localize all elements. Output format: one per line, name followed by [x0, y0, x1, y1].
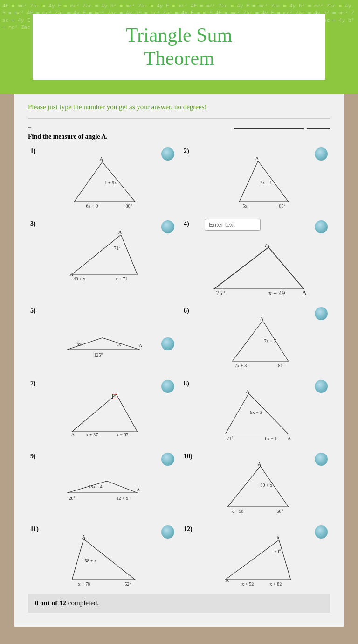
- svg-text:80 + x: 80 + x: [261, 483, 273, 488]
- svg-text:75°: 75°: [216, 290, 225, 295]
- svg-text:70°: 70°: [275, 549, 281, 554]
- bottom-background: [0, 627, 358, 644]
- header-section: Triangle SumTheorem: [0, 0, 358, 94]
- problem-12: 12) A 70° A x + 52 x + 82: [181, 523, 330, 589]
- answer-input-4[interactable]: [205, 219, 261, 231]
- svg-text:3x – 1: 3x – 1: [261, 180, 272, 185]
- svg-text:x + 37: x + 37: [86, 432, 98, 437]
- name-dash: –: [28, 123, 31, 131]
- triangle-svg-10: A 80 + x x + 50 60°: [184, 462, 328, 514]
- problem-12-number: 12): [184, 525, 328, 533]
- triangle-svg-11: A 58 + x x + 78 52°: [30, 535, 174, 587]
- triangle-svg-9: A 20° 18x – 4 12 + x: [30, 462, 174, 514]
- svg-text:12 + x: 12 + x: [117, 496, 129, 501]
- svg-text:A: A: [302, 289, 307, 295]
- svg-text:A: A: [139, 343, 143, 348]
- completion-text: completed.: [68, 599, 99, 607]
- svg-text:20°: 20°: [69, 496, 76, 501]
- svg-marker-16: [214, 247, 304, 289]
- svg-text:6x + 9: 6x + 9: [86, 203, 98, 209]
- svg-text:x + 78: x + 78: [78, 581, 90, 587]
- svg-text:52°: 52°: [125, 581, 131, 587]
- problem-1-number: 1): [30, 147, 174, 155]
- triangle-5: A 6x 5x 125°: [30, 317, 174, 368]
- triangle-svg-6: A 7x + 7 7x + 8 81°: [184, 317, 328, 368]
- problem-7-number: 7): [30, 380, 174, 387]
- triangle-9: A 20° 18x – 4 12 + x: [30, 462, 174, 514]
- name-row: –: [28, 123, 330, 131]
- svg-text:81°: 81°: [278, 363, 285, 368]
- svg-text:6x: 6x: [77, 342, 82, 347]
- svg-text:A: A: [260, 317, 264, 321]
- find-instruction: Find the measure of angle A.: [28, 133, 330, 140]
- completion-count: 0 out of 12: [35, 599, 66, 607]
- svg-text:9x + 3: 9x + 3: [250, 410, 262, 415]
- svg-text:A: A: [137, 487, 140, 492]
- title-box: Triangle SumTheorem: [33, 14, 325, 80]
- problem-9-number: 9): [30, 453, 174, 460]
- svg-text:A: A: [265, 244, 270, 248]
- svg-text:A: A: [100, 157, 103, 161]
- svg-text:71°: 71°: [227, 436, 234, 441]
- problem-3-number: 3): [30, 220, 174, 228]
- instruction-text: Please just type the number you get as y…: [28, 103, 330, 111]
- svg-text:A: A: [226, 577, 229, 583]
- answer-bubble-4[interactable]: [315, 220, 328, 233]
- main-content: Please just type the number you get as y…: [14, 94, 344, 627]
- svg-text:A: A: [118, 230, 122, 235]
- svg-text:A: A: [246, 390, 250, 394]
- problem-3: 3) A 71° 48 + x x + 71 A: [28, 218, 177, 298]
- svg-text:A: A: [288, 435, 291, 441]
- problem-10-number: 10): [184, 453, 328, 460]
- svg-text:60°: 60°: [277, 509, 283, 514]
- svg-text:A: A: [255, 157, 259, 161]
- problem-8-number: 8): [184, 380, 328, 387]
- svg-text:A: A: [258, 462, 262, 467]
- name-line: [234, 123, 330, 131]
- problem-11-number: 11): [30, 525, 174, 533]
- svg-text:48 + x: 48 + x: [74, 276, 86, 281]
- problem-6: 6) A 7x + 7 7x + 8 81°: [181, 305, 330, 371]
- triangle-2: A 3x – 1 5x 85°: [184, 157, 328, 209]
- triangle-3: A 71° 48 + x x + 71 A: [30, 230, 174, 281]
- svg-text:5x: 5x: [117, 342, 121, 347]
- triangle-1: A 1 + 9x 6x + 9 80°: [30, 157, 174, 209]
- svg-marker-31: [72, 394, 138, 432]
- svg-text:18x – 4: 18x – 4: [89, 484, 103, 489]
- completion-bar: 0 out of 12 completed.: [28, 594, 330, 613]
- svg-text:x + 67: x + 67: [117, 432, 129, 437]
- answer-bubble-5[interactable]: [161, 337, 174, 350]
- svg-text:125°: 125°: [94, 352, 103, 357]
- triangle-svg-7: A x + 37 x + 67: [30, 390, 174, 441]
- problems-grid: 1) A 1 + 9x 6x + 9 80° 2) A: [28, 145, 330, 589]
- triangle-svg-8: A 9x + 3 71° 6x + 1 A: [184, 390, 328, 441]
- triangle-6: A 7x + 7 7x + 8 81°: [184, 317, 328, 368]
- triangle-10: A 80 + x x + 50 60°: [184, 462, 328, 514]
- svg-text:7x + 7: 7x + 7: [264, 338, 276, 343]
- triangle-11: A 58 + x x + 78 52°: [30, 535, 174, 587]
- svg-text:7x + 8: 7x + 8: [235, 363, 247, 368]
- svg-text:6x + 1: 6x + 1: [265, 436, 277, 441]
- svg-marker-57: [226, 540, 291, 580]
- svg-text:x + 49: x + 49: [268, 290, 285, 295]
- triangle-svg-2: A 3x – 1 5x 85°: [184, 157, 328, 209]
- svg-text:x + 71: x + 71: [116, 276, 128, 281]
- svg-text:A: A: [276, 535, 280, 540]
- triangle-svg-5: A 6x 5x 125°: [30, 317, 174, 368]
- svg-text:A: A: [82, 535, 86, 539]
- problem-8: 8) A 9x + 3 71° 6x + 1 A: [181, 378, 330, 443]
- problem-5: 5) A 6x 5x 125°: [28, 305, 177, 371]
- divider: [28, 118, 330, 119]
- triangle-8: A 9x + 3 71° 6x + 1 A: [184, 390, 328, 441]
- problem-7: 7) A x + 37 x + 67: [28, 378, 177, 443]
- problem-10: 10) A 80 + x x + 50 60°: [181, 450, 330, 516]
- triangle-7: A x + 37 x + 67: [30, 390, 174, 441]
- triangle-svg-1: A 1 + 9x 6x + 9 80°: [30, 157, 174, 209]
- svg-marker-10: [72, 235, 138, 274]
- triangle-svg-3: A 71° 48 + x x + 71 A: [30, 230, 174, 281]
- triangle-4: A 75° x + 49 A: [184, 244, 328, 295]
- svg-marker-47: [228, 466, 289, 507]
- svg-marker-52: [72, 539, 135, 580]
- svg-text:x + 52: x + 52: [242, 581, 254, 587]
- svg-text:x + 50: x + 50: [232, 509, 244, 514]
